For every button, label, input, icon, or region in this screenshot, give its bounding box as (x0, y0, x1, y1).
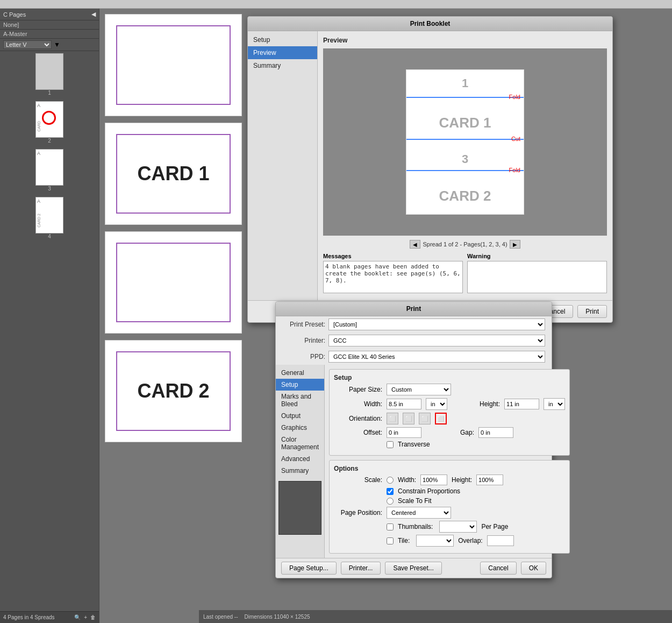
tile-checkbox[interactable] (387, 537, 394, 544)
delete-page-icon[interactable]: 🗑 (90, 614, 96, 620)
page-position-select[interactable]: Centered (387, 507, 451, 519)
preset-select[interactable]: [Custom] (328, 318, 545, 330)
spread-2: CARD 1 (105, 123, 242, 225)
printer-label: Printer: (282, 337, 325, 344)
page3-content (105, 232, 241, 333)
scale-fit-label: Scale To Fit (398, 497, 431, 505)
orient-portrait-btn[interactable]: ⬜ (387, 413, 398, 424)
height-unit-select[interactable]: in (544, 398, 565, 410)
booklet-main: Preview 1 Fold CARD 1 (318, 31, 612, 300)
width-unit-select[interactable]: in (426, 398, 447, 410)
thumbnails-select[interactable] (439, 521, 477, 533)
orient-flip-landscape-btn[interactable]: ⬜ (435, 413, 447, 424)
printer-select[interactable]: GCC (328, 335, 545, 346)
orient-flip-portrait-btn[interactable]: ⬜ (419, 413, 431, 424)
booklet-print-btn[interactable]: Print (577, 305, 607, 318)
gap-input[interactable] (478, 427, 513, 438)
tile-label: Tile: (398, 537, 410, 544)
canvas-page-4[interactable]: CARD 2 (105, 340, 242, 442)
overlap-input[interactable] (487, 535, 514, 546)
width-input[interactable] (387, 399, 421, 409)
canvas-page-3[interactable] (105, 231, 242, 334)
print-nav-color[interactable]: Color Management (276, 434, 324, 453)
letter-dropdown[interactable]: Letter V (3, 40, 52, 49)
scale-fit-radio[interactable] (387, 498, 394, 505)
print-nav-output[interactable]: Output (276, 410, 324, 422)
save-preset-btn[interactable]: Save Preset... (385, 562, 441, 575)
messages-textarea[interactable] (323, 261, 463, 293)
warning-textarea[interactable] (467, 261, 607, 293)
page-thumb-2[interactable]: A CARD (35, 101, 63, 138)
page-group-2: A CARD 2 (2, 101, 97, 144)
ppd-label: PPD: (282, 353, 325, 360)
print-nav-general[interactable]: General (276, 367, 324, 379)
print-nav-marks[interactable]: Marks and Bleed (276, 391, 324, 410)
page-setup-btn[interactable]: Page Setup... (281, 562, 337, 575)
last-opened: Last opened -- (203, 614, 238, 620)
next-spread-btn[interactable]: ▶ (510, 240, 520, 249)
page4-card-border (116, 351, 231, 431)
preview-zone-top: 1 (406, 70, 524, 97)
status-bar: Last opened -- Dimensions 11040 × 12525 (199, 610, 672, 623)
page-thumb-4[interactable]: A CARD 2 (35, 197, 63, 233)
page-thumb-1[interactable] (35, 53, 63, 90)
scale-width-radio[interactable] (387, 477, 394, 484)
ppd-select[interactable]: GCC Elite XL 40 Series (328, 351, 545, 363)
booklet-title-bar: Print Booklet (248, 17, 612, 31)
print-nav-graphics[interactable]: Graphics (276, 422, 324, 434)
setup-section-header: Setup (334, 374, 565, 381)
zoom-icon[interactable]: 🔍 (74, 614, 81, 620)
transverse-checkbox[interactable] (387, 441, 394, 448)
height-label: Height: (452, 400, 500, 408)
print-booklet-dialog: Print Booklet Setup Preview Summary Prev… (247, 16, 613, 323)
print-nav-summary2[interactable]: Summary (276, 465, 324, 477)
scale-height-input[interactable] (476, 475, 503, 485)
prev-spread-btn[interactable]: ◀ (410, 240, 420, 249)
page-position-row: Page Position: Centered (334, 507, 565, 519)
scale-fit-row: Scale To Fit (334, 497, 565, 505)
booklet-nav-preview[interactable]: Preview (248, 46, 317, 59)
print-title: Print (406, 305, 421, 313)
per-page-label: Per Page (481, 523, 508, 530)
page-thumb-3[interactable]: A (35, 149, 63, 186)
ppd-row: PPD: GCC Elite XL 40 Series (276, 349, 552, 365)
canvas-page-2[interactable]: CARD 1 (105, 123, 242, 225)
print-cancel-btn[interactable]: Cancel (480, 562, 516, 575)
paper-size-select[interactable]: Custom (387, 384, 451, 395)
tile-select[interactable] (416, 535, 454, 547)
print-nav-advanced[interactable]: Advanced (276, 453, 324, 465)
print-ok-btn[interactable]: OK (521, 562, 546, 575)
page-num-3: 3 (2, 186, 97, 192)
add-page-icon[interactable]: + (84, 614, 87, 620)
width-label: Width: (334, 400, 382, 408)
paper-size-row: Paper Size: Custom (334, 384, 565, 395)
height-input[interactable] (504, 399, 539, 409)
canvas-page-1[interactable] (105, 14, 242, 116)
booklet-nav-setup[interactable]: Setup (248, 33, 317, 46)
preset-row: Print Preset: [Custom] (276, 316, 552, 332)
print-bottom-right: Cancel OK (480, 562, 546, 575)
page-num-2: 2 (2, 138, 97, 144)
booklet-nav-summary[interactable]: Summary (248, 59, 317, 72)
thumbnails-label: Thumbnails: (398, 523, 433, 530)
preview-area: 1 Fold CARD 1 Cut (323, 48, 607, 236)
dropdown-arrow[interactable]: ▼ (54, 41, 60, 48)
panel-collapse-icon[interactable]: ◀ (91, 11, 96, 18)
constrain-checkbox[interactable] (387, 488, 394, 495)
scale-width-input[interactable] (420, 475, 447, 485)
orient-landscape-btn[interactable]: ⬜ (403, 413, 414, 424)
offset-label: Offset: (334, 429, 382, 436)
print-nav-setup[interactable]: Setup (276, 379, 324, 391)
fold-line-1: Fold (406, 97, 524, 107)
fold-label-1: Fold (509, 94, 520, 100)
page-position-label: Page Position: (334, 509, 382, 516)
page-group-1: 1 (2, 53, 97, 96)
preview-page-inner: 1 Fold CARD 1 Cut (406, 69, 524, 215)
offset-input[interactable] (387, 427, 421, 438)
print-body: General Setup Marks and Bleed Output Gra… (276, 365, 552, 558)
thumbnails-checkbox[interactable] (387, 523, 394, 530)
preview-num3-zone: 3 (406, 148, 524, 170)
spread-4: CARD 2 (105, 340, 242, 442)
print-dialog: Print Print Preset: [Custom] Printer: GC… (275, 301, 552, 578)
printer-btn[interactable]: Printer... (341, 562, 381, 575)
